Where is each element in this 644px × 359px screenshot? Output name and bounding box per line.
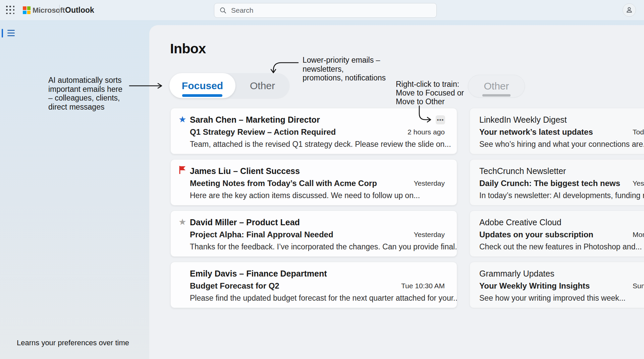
email-row-other-3[interactable]: Adobe Creative Cloud Updates on your sub… [470,211,644,257]
topbar-divider [59,5,60,15]
app-title: Outlook [65,6,94,15]
tab-focused-underline [182,94,222,97]
email-time: Yesterday [414,231,445,239]
email-subject: Your network’s latest updates [479,127,593,137]
email-time: Monday [633,231,644,239]
email-preview: See how your writing improved this week.… [479,294,626,303]
focused-other-tabs: Focused Other [169,73,289,98]
tab-other-label: Other [250,80,275,92]
email-row-other-4[interactable]: Grammarly Updates Your Weekly Writing In… [470,262,644,308]
annotation-right-click-train: Right-click to train: Move to Focused or… [396,80,473,106]
page-title: Inbox [170,41,206,57]
search-bar[interactable] [214,3,437,18]
email-time: 2 hours ago [408,128,445,136]
email-row-focused-4[interactable]: Emily Davis – Finance Department Budget … [170,262,457,308]
person-icon [626,6,633,14]
email-time: Yesterday [633,179,644,187]
email-time: Today [633,128,644,136]
email-preview: See who’s hiring and what your connectio… [479,140,644,149]
email-preview: In today’s newsletter: AI developments, … [479,191,644,200]
email-row-other-1[interactable]: LinkedIn Weekly Digest Your network’s la… [470,108,644,154]
top-bar: Microsoft Outlook [0,0,644,20]
email-preview: Check out the new features in Photoshop … [479,242,642,251]
other-pane-tab[interactable]: Other [468,75,525,98]
email-time: Yesterday [414,179,445,187]
email-preview: Please find the updated budget forecast … [190,294,457,303]
email-preview: Thanks for the feedback. I’ve incorporat… [190,242,457,251]
app-launcher-icon[interactable] [6,6,15,14]
more-options-button[interactable]: ••• [436,115,445,124]
search-input[interactable] [231,6,419,14]
email-time: Sun [633,282,644,290]
email-sender: Adobe Creative Cloud [479,218,561,227]
star-icon[interactable]: ★ [177,114,187,124]
email-sender: James Liu – Client Success [190,166,300,176]
email-row-focused-3[interactable]: ★ David Miller – Product Lead Project Al… [170,211,457,257]
account-button[interactable] [623,3,636,17]
email-row-focused-2[interactable]: James Liu – Client Success Meeting Notes… [170,159,457,205]
email-subject: Your Weekly Writing Insights [479,281,590,291]
hamburger-menu-icon[interactable] [7,30,15,37]
tab-focused-label: Focused [182,80,223,92]
email-subject: Daily Crunch: The biggest tech news [479,179,620,188]
annotation-learns-preferences: Learns your preferences over time [17,339,129,348]
email-sender: Grammarly Updates [479,269,554,279]
email-row-other-2[interactable]: TechCrunch Newsletter Daily Crunch: The … [470,159,644,205]
email-subject: Project Alpha: Final Approval Needed [190,230,333,239]
email-sender: LinkedIn Weekly Digest [479,115,567,125]
email-time: Tue 10:30 AM [401,282,445,290]
email-sender: David Miller – Product Lead [190,218,300,227]
other-pane-tab-underline [482,94,511,97]
other-pane-tab-label: Other [484,80,509,92]
email-row-focused-1[interactable]: ★ Sarah Chen – Marketing Director Q1 Str… [170,108,457,154]
search-icon [220,7,226,14]
email-sender: Emily Davis – Finance Department [190,269,327,279]
microsoft-wordmark: Microsoft [33,6,65,15]
annotation-focused-explainer: AI automatically sorts important emails … [48,76,129,111]
email-subject: Budget Forecast for Q2 [190,281,279,291]
tab-focused[interactable]: Focused [169,73,235,98]
email-subject: Updates on your subscription [479,230,593,239]
email-subject: Meeting Notes from Today’s Call with Acm… [190,179,377,188]
email-subject: Q1 Strategy Review – Action Required [190,127,336,137]
microsoft-logo-icon [23,6,31,14]
star-icon[interactable]: ★ [177,217,187,227]
tab-other[interactable]: Other [235,73,289,98]
email-sender: Sarah Chen – Marketing Director [190,115,320,125]
email-sender: TechCrunch Newsletter [479,166,566,176]
email-preview: Team, attached is the revised Q1 strateg… [190,140,451,149]
nav-accent-bar [2,29,3,38]
annotation-other-explainer: Lower-priority emails – newsletters, pro… [303,56,423,82]
email-preview: Here are the key action items discussed.… [190,191,420,200]
flag-icon[interactable] [177,166,187,176]
